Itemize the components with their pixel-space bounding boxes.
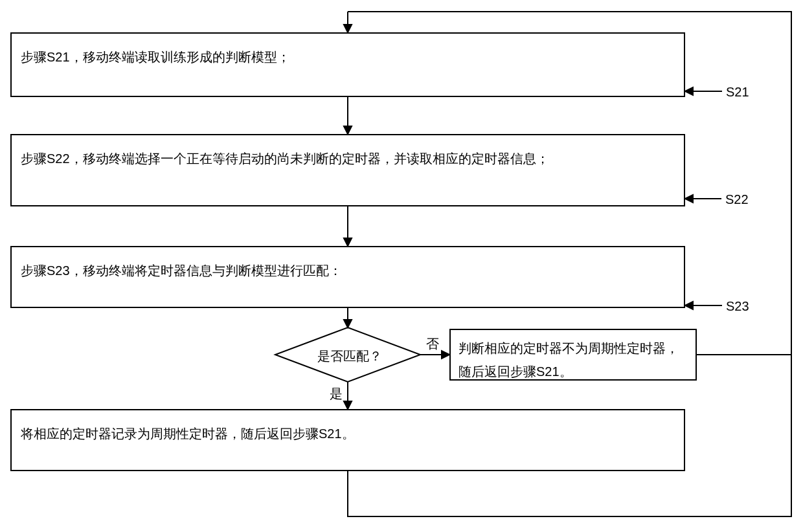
step-s21-box: 步骤S21，移动终端读取训练形成的判断模型； [10, 32, 685, 97]
step-s21-text: 步骤S21，移动终端读取训练形成的判断模型； [21, 50, 290, 64]
no-result-text: 判断相应的定时器不为周期性定时器，随后返回步骤S21。 [458, 341, 679, 379]
arrowhead-s22-s23 [344, 238, 352, 246]
final-box: 将相应的定时器记录为周期性定时器，随后返回步骤S21。 [10, 409, 685, 471]
arrowhead-s21-s22 [344, 126, 352, 134]
step-s23-box: 步骤S23，移动终端将定时器信息与判断模型进行匹配： [10, 246, 685, 308]
arrowhead-yes [344, 401, 352, 409]
arrowhead-into-s21 [344, 25, 352, 32]
decision-text: 是否匹配？ [317, 348, 382, 365]
label-no: 否 [426, 335, 439, 353]
no-result-box: 判断相应的定时器不为周期性定时器，随后返回步骤S21。 [449, 329, 697, 381]
arrowhead-s23-decision [344, 320, 352, 327]
label-s23: S23 [726, 299, 749, 314]
arrowhead-label-s21 [685, 87, 693, 95]
arrowhead-label-s22 [685, 195, 693, 203]
arrowhead-no [442, 351, 449, 359]
step-s22-text: 步骤S22，移动终端选择一个正在等待启动的尚未判断的定时器，并读取相应的定时器信… [21, 151, 549, 166]
label-s21: S21 [726, 85, 749, 100]
step-s23-text: 步骤S23，移动终端将定时器信息与判断模型进行匹配： [21, 263, 342, 278]
step-s22-box: 步骤S22，移动终端选择一个正在等待启动的尚未判断的定时器，并读取相应的定时器信… [10, 134, 685, 206]
arrowhead-label-s23 [685, 302, 693, 309]
label-yes: 是 [330, 385, 343, 403]
label-s22: S22 [725, 192, 749, 207]
final-text: 将相应的定时器记录为周期性定时器，随后返回步骤S21。 [21, 427, 355, 441]
